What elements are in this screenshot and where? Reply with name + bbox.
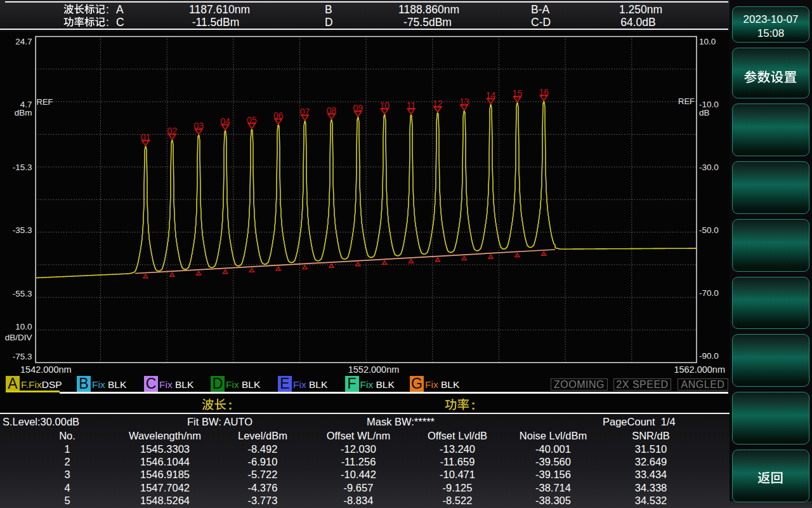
svg-text:-35.3: -35.3 xyxy=(13,225,32,235)
svg-text:13: 13 xyxy=(459,97,469,107)
svg-text:05: 05 xyxy=(247,115,257,125)
svg-text:-90.0: -90.0 xyxy=(699,351,719,361)
svg-text:24.7: 24.7 xyxy=(15,37,32,46)
svg-text:15: 15 xyxy=(513,88,523,98)
svg-text:03: 03 xyxy=(193,121,204,131)
svg-text:16: 16 xyxy=(539,87,549,97)
svg-text:-55.3: -55.3 xyxy=(13,289,32,298)
svg-text:-50.0: -50.0 xyxy=(699,225,719,235)
svg-text:1552.000nm: 1552.000nm xyxy=(348,364,400,375)
svg-text:14: 14 xyxy=(486,90,496,100)
svg-text:1562.000nm: 1562.000nm xyxy=(674,364,725,375)
svg-text:10.0: 10.0 xyxy=(699,37,716,46)
svg-text:dB: dB xyxy=(699,108,710,117)
svg-text:1542.000nm: 1542.000nm xyxy=(20,364,72,375)
svg-text:12: 12 xyxy=(433,98,443,109)
svg-text:09: 09 xyxy=(353,103,363,113)
svg-text:01: 01 xyxy=(141,132,151,142)
svg-text:07: 07 xyxy=(300,107,310,117)
svg-text:-30.0: -30.0 xyxy=(699,163,719,172)
svg-text:11: 11 xyxy=(407,100,416,110)
svg-text:dBm: dBm xyxy=(15,108,32,117)
svg-text:06: 06 xyxy=(273,110,284,121)
svg-text:REF: REF xyxy=(678,97,695,106)
svg-text:-75.3: -75.3 xyxy=(13,352,32,361)
svg-text:dB/DIV: dB/DIV xyxy=(5,333,32,342)
svg-text:10.0: 10.0 xyxy=(15,322,32,331)
svg-text:10: 10 xyxy=(379,100,390,110)
svg-text:-70.0: -70.0 xyxy=(699,288,719,298)
svg-text:REF: REF xyxy=(37,97,53,107)
svg-text:-15.3: -15.3 xyxy=(13,163,32,172)
svg-text:04: 04 xyxy=(220,116,230,126)
svg-text:08: 08 xyxy=(327,105,337,116)
svg-text:02: 02 xyxy=(167,126,178,136)
